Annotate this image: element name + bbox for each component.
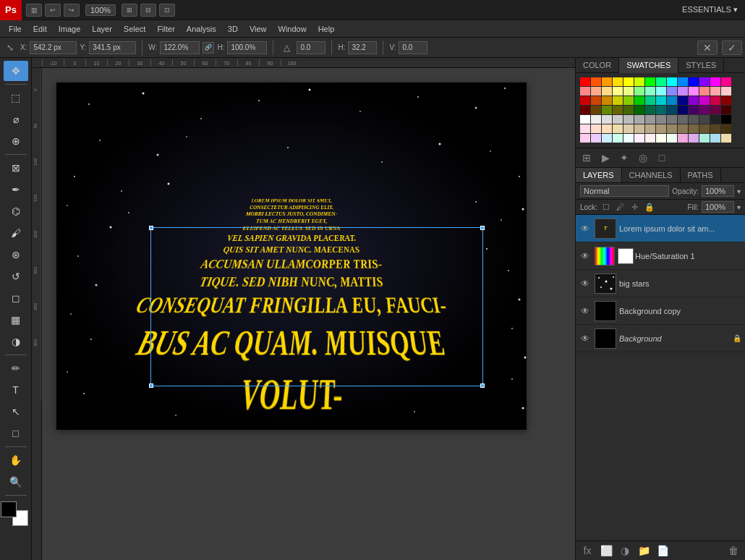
w-field[interactable] [160, 41, 200, 54]
swatch[interactable] [613, 87, 623, 96]
text-tool[interactable]: T [4, 380, 28, 400]
swatch[interactable] [623, 124, 634, 133]
swatch[interactable] [656, 115, 666, 124]
canvas[interactable]: LOREM IPSUM DOLOR SIT AMET,CONSECTETUR A… [56, 82, 527, 430]
menu-select[interactable]: Select [118, 23, 152, 35]
tab-color[interactable]: COLOR [576, 58, 619, 72]
new-layer-btn[interactable]: 📄 [655, 543, 670, 558]
layer-visibility-background[interactable]: 👁 [579, 332, 592, 345]
v-skew-field[interactable] [399, 41, 427, 54]
swatch[interactable] [623, 106, 634, 114]
swatch[interactable] [721, 96, 731, 105]
swatch[interactable] [634, 134, 644, 143]
layer-visibility-bigstars[interactable]: 👁 [579, 277, 592, 290]
lock-image[interactable]: 🖊 [615, 201, 626, 213]
menu-help[interactable]: Help [312, 23, 341, 35]
y-field[interactable] [89, 41, 136, 54]
h-skew-field[interactable] [348, 41, 377, 54]
pen-tool[interactable]: ✏ [4, 358, 28, 378]
dodge-tool[interactable]: ◑ [4, 331, 28, 352]
swatch[interactable] [591, 96, 601, 105]
link-w-h-btn[interactable]: 🔗 [203, 42, 214, 54]
menu-filter[interactable]: Filter [151, 23, 180, 35]
shape-tool[interactable]: □ [4, 423, 28, 444]
swatch[interactable] [678, 124, 688, 133]
swatch[interactable] [591, 124, 601, 133]
swatch[interactable] [634, 77, 644, 86]
swatch[interactable] [591, 115, 601, 124]
swatch[interactable] [613, 124, 623, 133]
marquee-tool[interactable]: ⬚ [4, 88, 28, 108]
swatch[interactable] [634, 124, 644, 133]
swatch[interactable] [645, 134, 655, 143]
gradient-tool[interactable]: ▦ [4, 310, 28, 330]
swatch[interactable] [667, 124, 677, 133]
x-field[interactable] [30, 41, 77, 54]
swatch[interactable] [602, 106, 612, 114]
swatch[interactable] [645, 115, 655, 124]
layer-visibility-huesat[interactable]: 👁 [579, 250, 592, 263]
swatch[interactable] [613, 134, 623, 143]
swatch[interactable] [656, 87, 666, 96]
swatch[interactable] [580, 87, 590, 96]
panel-icon-circle[interactable]: ◎ [635, 150, 651, 166]
swatch[interactable] [645, 87, 655, 96]
swatch[interactable] [602, 115, 612, 124]
swatch[interactable] [667, 96, 677, 105]
swatch[interactable] [699, 124, 710, 133]
screen-btn[interactable]: ⊡ [159, 4, 175, 17]
swatch[interactable] [699, 77, 710, 86]
essentials-btn[interactable]: ESSENTIALS ▾ [675, 4, 745, 16]
menu-window[interactable]: Window [273, 23, 312, 35]
swatch[interactable] [710, 87, 720, 96]
swatch[interactable] [623, 115, 634, 124]
swatch[interactable] [699, 96, 710, 105]
swatch[interactable] [699, 134, 710, 143]
zoom-mode-btn[interactable]: ⊞ [122, 4, 137, 17]
tab-channels[interactable]: CHANNELS [622, 168, 681, 182]
lock-all[interactable]: 🔒 [644, 201, 655, 213]
swatch[interactable] [721, 124, 731, 133]
canvas-area[interactable]: -10 0 10 20 30 40 50 60 70 80 90 100 0 5… [32, 58, 575, 560]
layer-visibility-bgcopy[interactable]: 👁 [579, 305, 592, 318]
menu-layer[interactable]: Layer [86, 23, 118, 35]
arrange-btn[interactable]: ⊟ [140, 4, 156, 17]
lock-position[interactable]: ✛ [629, 201, 641, 213]
tab-paths[interactable]: PATHS [681, 168, 721, 182]
rotation-field[interactable] [297, 41, 325, 54]
swatch[interactable] [667, 106, 677, 114]
history-tool[interactable]: ↺ [4, 266, 28, 287]
swatch[interactable] [721, 106, 731, 114]
swatch[interactable] [678, 134, 688, 143]
panel-icon-square[interactable]: □ [654, 150, 670, 166]
dropdown-icon[interactable]: ▾ [737, 187, 741, 195]
swatch[interactable] [645, 106, 655, 114]
swatch[interactable] [721, 77, 731, 86]
swatch[interactable] [656, 106, 666, 114]
swatch[interactable] [710, 134, 720, 143]
crop-tool[interactable]: ⊠ [4, 158, 28, 178]
swatch[interactable] [710, 115, 720, 124]
lasso-tool[interactable]: ⌀ [4, 109, 28, 130]
menu-file[interactable]: File [3, 23, 27, 35]
fill-field[interactable] [702, 201, 734, 213]
layer-visibility-text[interactable]: 👁 [579, 222, 592, 235]
swatch[interactable] [710, 106, 720, 114]
swatch[interactable] [602, 87, 612, 96]
swatch[interactable] [613, 106, 623, 114]
h-field[interactable] [227, 41, 267, 54]
tab-swatches[interactable]: SWATCHES [619, 58, 678, 73]
swatch[interactable] [623, 96, 634, 105]
swatch[interactable] [689, 134, 699, 143]
layer-row-background[interactable]: 👁 Background 🔒 [576, 325, 745, 352]
tab-layers[interactable]: LAYERS [576, 168, 622, 182]
foreground-color[interactable] [1, 501, 17, 517]
add-style-btn[interactable]: fx [580, 543, 595, 558]
swatch[interactable] [678, 77, 688, 86]
swatch[interactable] [602, 96, 612, 105]
fill-dropdown-icon[interactable]: ▾ [737, 203, 741, 211]
panel-icon-grid[interactable]: ⊞ [579, 150, 595, 166]
swatch[interactable] [667, 87, 677, 96]
cancel-transform-btn[interactable]: ✕ [697, 41, 718, 55]
swatch[interactable] [580, 106, 590, 114]
